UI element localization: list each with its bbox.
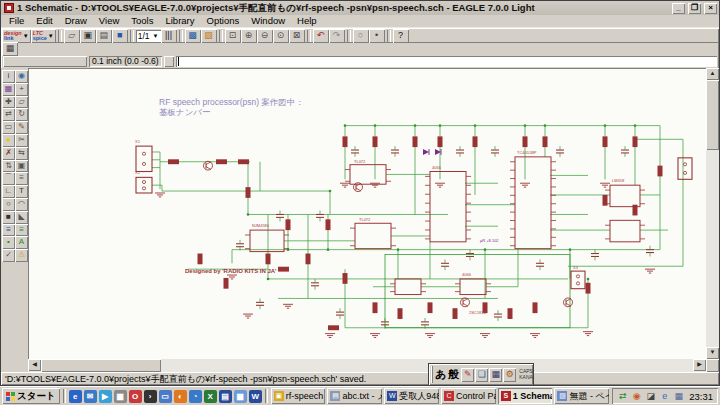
ql-book-icon[interactable]: ▤ bbox=[219, 390, 232, 403]
zoom-in-icon[interactable]: ⊕ bbox=[241, 29, 257, 43]
menu-tools[interactable]: Tools bbox=[125, 15, 159, 27]
scroll-up-icon[interactable]: ▲ bbox=[706, 68, 719, 80]
polygon-icon[interactable]: ◣ bbox=[15, 211, 28, 224]
arc-icon[interactable]: ◠ bbox=[15, 198, 28, 211]
rotate-icon[interactable]: ↻ bbox=[15, 108, 28, 121]
split-icon[interactable]: ⌒ bbox=[2, 172, 15, 185]
move-icon[interactable]: ✚ bbox=[2, 96, 15, 109]
help-icon[interactable]: ? bbox=[393, 29, 409, 43]
errors-icon[interactable]: ⚠ bbox=[15, 249, 28, 262]
tray-net-icon[interactable]: e bbox=[659, 391, 670, 402]
task-button-1[interactable]: ▤abc.txt - メモ... bbox=[327, 388, 382, 404]
grid-icon[interactable]: ▦ bbox=[2, 42, 18, 56]
ime-conversion-mode[interactable]: 般 bbox=[448, 367, 459, 382]
zoom-fit-icon[interactable]: ⊡ bbox=[225, 29, 241, 43]
vertical-scroll-thumb[interactable] bbox=[706, 80, 719, 150]
copy-icon[interactable]: ▱ bbox=[15, 96, 28, 109]
ltspice-dropdown[interactable]: LTC spice ▼ bbox=[31, 29, 56, 43]
menu-view[interactable]: View bbox=[93, 15, 125, 27]
menu-options[interactable]: Options bbox=[201, 15, 246, 27]
ime-pen-icon[interactable]: ✎ bbox=[461, 368, 474, 382]
menu-file[interactable]: File bbox=[3, 15, 30, 27]
maximize-button[interactable]: ❐ bbox=[688, 3, 701, 14]
start-button[interactable]: スタート bbox=[2, 388, 60, 404]
menu-draw[interactable]: Draw bbox=[59, 15, 93, 27]
tray-sound-icon[interactable]: ◉ bbox=[631, 391, 642, 402]
ql-mail-icon[interactable]: ✉ bbox=[84, 390, 97, 403]
ql-media-icon[interactable]: ▶ bbox=[99, 390, 112, 403]
scroll-down-icon[interactable]: ▼ bbox=[706, 347, 719, 359]
redo-icon[interactable]: ↷ bbox=[329, 29, 345, 43]
menu-help[interactable]: Help bbox=[291, 15, 323, 27]
paint-icon[interactable]: ● bbox=[2, 134, 15, 147]
close-button[interactable]: × bbox=[704, 3, 717, 14]
wire-icon[interactable]: ∟ bbox=[2, 185, 15, 198]
ql-console-icon[interactable]: › bbox=[144, 390, 157, 403]
zoom-select-icon[interactable]: ⊠ bbox=[289, 29, 305, 43]
erc-icon[interactable]: ✓ bbox=[2, 249, 15, 262]
sheet-selector[interactable]: 1/1▼ bbox=[136, 30, 161, 42]
menu-window[interactable]: Window bbox=[245, 15, 291, 27]
ime-grip[interactable] bbox=[431, 366, 433, 383]
vertical-scrollbar[interactable]: ▲ ▼ bbox=[706, 68, 719, 359]
delete-icon[interactable]: ✗ bbox=[2, 147, 15, 160]
ql-opera-icon[interactable]: O bbox=[129, 390, 142, 403]
group-icon[interactable]: ▭ bbox=[2, 121, 15, 134]
ql-clock-icon[interactable]: ◔ bbox=[189, 390, 202, 403]
scroll-left-icon[interactable]: ◀ bbox=[28, 359, 41, 371]
scroll-right-icon[interactable]: ▶ bbox=[693, 359, 706, 371]
task-button-5[interactable]: ▨無題 - ペイ... bbox=[554, 388, 609, 404]
undo-icon[interactable]: ↶ bbox=[313, 29, 329, 43]
ql-firefox-icon[interactable]: ◐ bbox=[174, 390, 187, 403]
tray-sync-icon[interactable]: ⇄ bbox=[617, 391, 628, 402]
print-icon[interactable]: ▤ bbox=[96, 29, 112, 43]
ime-pad-icon[interactable]: ❏ bbox=[475, 368, 488, 382]
open-icon[interactable]: ▱ bbox=[64, 29, 80, 43]
display-layers-icon[interactable]: ▦ bbox=[2, 83, 15, 96]
menu-library[interactable]: Library bbox=[159, 15, 200, 27]
ime-prop-icon[interactable]: ⚙ bbox=[503, 368, 516, 382]
schematic-canvas[interactable]: TL072TL0724066TC4051BP2SC1815LM358X1X2μR… bbox=[28, 68, 706, 359]
tray-pen-icon[interactable]: ◪ bbox=[645, 391, 656, 402]
ql-word-icon[interactable]: W bbox=[249, 390, 262, 403]
bus-icon[interactable]: ≡ bbox=[2, 224, 15, 237]
mark-tool-icon[interactable]: + bbox=[15, 83, 28, 96]
show-icon[interactable]: ◉ bbox=[15, 70, 28, 83]
save-icon[interactable]: ▣ bbox=[80, 29, 96, 43]
stop-icon[interactable]: ○ bbox=[353, 29, 369, 43]
go-icon[interactable]: • bbox=[369, 29, 385, 43]
mark-icon[interactable]: ▨ bbox=[201, 29, 217, 43]
layers-icon[interactable]: ||| bbox=[161, 29, 177, 43]
ime-dict-icon[interactable]: ▦ bbox=[489, 368, 502, 382]
task-button-4[interactable]: S1 Schema... bbox=[498, 388, 553, 404]
ql-photo-icon[interactable]: ▦ bbox=[234, 390, 247, 403]
cam-icon[interactable]: ■ bbox=[112, 29, 128, 43]
ql-update-icon[interactable]: ▦ bbox=[114, 390, 127, 403]
pinswap-icon[interactable]: ⇆ bbox=[15, 147, 28, 160]
horizontal-scrollbar[interactable]: ◀ ▶ bbox=[28, 359, 706, 372]
ql-ie-icon[interactable]: e bbox=[69, 390, 82, 403]
task-button-2[interactable]: W受取人948.d... bbox=[384, 388, 439, 404]
paste-icon[interactable]: ▣ bbox=[15, 160, 28, 173]
tray-display-icon[interactable]: ▦ bbox=[673, 391, 684, 402]
ime-caps-kana[interactable]: CAPSKANA bbox=[518, 369, 533, 380]
title-bar[interactable]: 1 Schematic - D:¥TOOLS¥EAGLE-7.0.0¥proje… bbox=[1, 1, 719, 15]
circle-icon[interactable]: ○ bbox=[2, 198, 15, 211]
zoom-out-icon[interactable]: ⊖ bbox=[257, 29, 273, 43]
cut-icon[interactable]: ✂ bbox=[15, 134, 28, 147]
horizontal-scroll-thumb[interactable] bbox=[41, 359, 161, 372]
ime-toolbar[interactable]: あ 般 ✎❏▦⚙ CAPSKANA bbox=[428, 363, 534, 386]
ime-input-mode[interactable]: あ bbox=[435, 367, 446, 382]
label-icon[interactable]: A bbox=[15, 236, 28, 249]
command-input[interactable] bbox=[176, 56, 717, 67]
ql-display-icon[interactable]: ▭ bbox=[159, 390, 172, 403]
rect-icon[interactable]: ■ bbox=[2, 211, 15, 224]
menu-edit[interactable]: Edit bbox=[30, 15, 58, 27]
gateswap-icon[interactable]: ⇅ bbox=[2, 160, 15, 173]
display-icon[interactable]: ▩ bbox=[185, 29, 201, 43]
net-icon[interactable]: ≡ bbox=[15, 224, 28, 237]
junction-icon[interactable]: • bbox=[2, 236, 15, 249]
task-button-3[interactable]: CControl Pan... bbox=[441, 388, 496, 404]
change-icon[interactable]: ✎ bbox=[15, 121, 28, 134]
mirror-icon[interactable]: ⇄ bbox=[2, 108, 15, 121]
